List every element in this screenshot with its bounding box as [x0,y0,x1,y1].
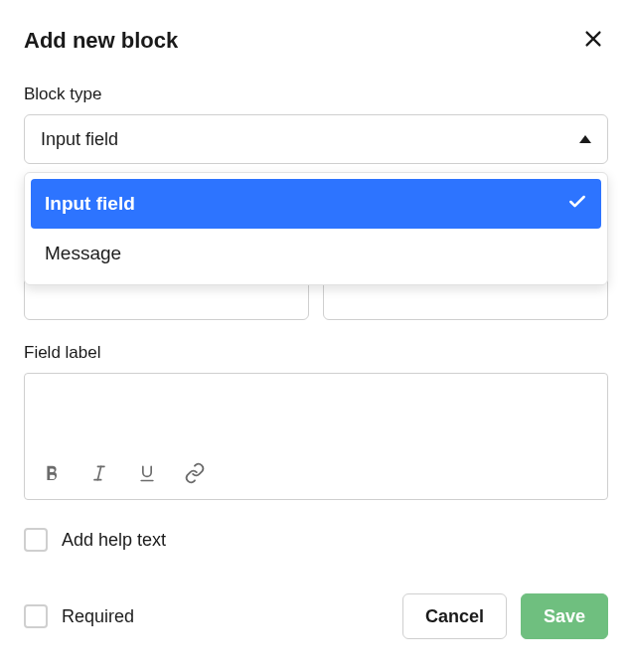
underline-button[interactable] [134,461,160,487]
dropdown-option-label: Message [45,243,121,264]
field-label-section: Field label [24,343,608,500]
block-type-label: Block type [24,84,608,104]
dialog-title: Add new block [24,28,178,54]
block-type-dropdown: Input field Message [24,172,608,285]
link-icon [184,462,206,487]
check-icon [567,192,587,217]
bold-button[interactable] [39,461,65,487]
dialog-header: Add new block [24,24,608,57]
required-row: Required [24,604,134,628]
block-type-select[interactable]: Input field [24,114,608,164]
cancel-button[interactable]: Cancel [402,593,507,639]
block-type-selected-value: Input field [41,129,118,150]
dropdown-option-input-field[interactable]: Input field [31,179,601,229]
caret-up-icon [579,135,591,143]
add-help-text-label: Add help text [62,530,166,551]
bold-icon [41,462,63,487]
footer-buttons: Cancel Save [402,593,608,639]
editor-toolbar [39,461,208,487]
underline-icon [137,463,157,486]
required-label: Required [62,606,134,627]
add-help-text-checkbox[interactable] [24,528,48,552]
svg-line-4 [97,466,100,479]
link-button[interactable] [182,461,208,487]
save-button[interactable]: Save [521,593,608,639]
close-icon [582,28,604,53]
dropdown-option-label: Input field [45,193,135,215]
add-help-text-row: Add help text [24,528,608,552]
dropdown-option-message[interactable]: Message [31,229,601,278]
italic-button[interactable] [86,461,112,487]
field-label-editor[interactable] [24,373,608,500]
dialog-footer: Required Cancel Save [24,593,608,639]
required-checkbox[interactable] [24,604,48,628]
field-label-label: Field label [24,343,608,363]
italic-icon [89,463,109,486]
block-type-select-wrap: Input field Input field Message [24,114,608,164]
close-button[interactable] [578,24,608,57]
